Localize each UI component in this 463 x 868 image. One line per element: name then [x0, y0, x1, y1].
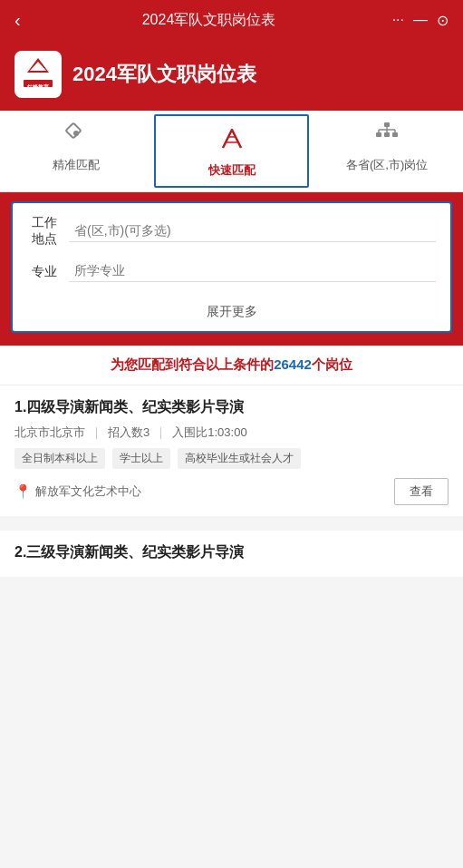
- province-icon: [373, 120, 400, 153]
- app-header: 红蜂教育 2024军队文职岗位表: [0, 40, 463, 111]
- job-meta-1: 北京市北京市 ｜ 招入数3 ｜ 入围比1:03:00: [14, 424, 449, 441]
- svg-point-6: [73, 131, 79, 136]
- view-button-1[interactable]: 查看: [394, 478, 449, 505]
- match-result: 为您匹配到符合以上条件的26442个岗位: [0, 346, 463, 385]
- tab-province[interactable]: 各省(区,市)岗位: [311, 111, 463, 191]
- tab-quick[interactable]: 快速匹配: [154, 114, 310, 188]
- job-org-1: 📍 解放军文化艺术中心: [14, 483, 141, 500]
- svg-rect-12: [392, 132, 398, 137]
- tab-precise-label: 精准匹配: [53, 157, 100, 173]
- logo: 红蜂教育: [14, 51, 62, 98]
- quick-icon: [218, 125, 246, 159]
- more-icon[interactable]: ···: [392, 12, 404, 28]
- minimize-icon[interactable]: —: [413, 12, 428, 28]
- match-prefix: 为您匹配到符合以上条件的: [111, 356, 274, 372]
- job-org-name-1: 解放军文化艺术中心: [35, 483, 141, 500]
- tab-bar: 精准匹配 快速匹配: [0, 111, 463, 192]
- job-tag-1-2: 高校毕业生或社会人才: [178, 448, 301, 469]
- job-count-1: 招入数3: [108, 424, 150, 441]
- close-icon[interactable]: ⊙: [437, 12, 449, 29]
- location-label: 工作地点: [27, 214, 62, 247]
- tab-precise[interactable]: 精准匹配: [0, 111, 152, 191]
- job-tags-1: 全日制本科以上 学士以上 高校毕业生或社会人才: [14, 448, 449, 469]
- job-title-1: 1.四级导演新闻类、纪实类影片导演: [14, 398, 449, 417]
- job-tag-1-0: 全日制本科以上: [14, 448, 105, 469]
- job-item-1: 1.四级导演新闻类、纪实类影片导演 北京市北京市 ｜ 招入数3 ｜ 入围比1:0…: [0, 385, 463, 516]
- major-row: 专业: [27, 259, 436, 282]
- status-bar: ‹ 2024军队文职岗位表 ··· — ⊙: [0, 0, 463, 40]
- svg-text:红蜂教育: 红蜂教育: [26, 83, 50, 90]
- status-bar-actions: ··· — ⊙: [376, 12, 449, 29]
- sep2: ｜: [155, 424, 167, 441]
- svg-rect-9: [384, 122, 390, 127]
- job-city-1: 北京市北京市: [14, 424, 85, 441]
- tab-quick-label: 快速匹配: [208, 162, 256, 179]
- location-pin-icon: 📍: [14, 483, 32, 500]
- job-list: 1.四级导演新闻类、纪实类影片导演 北京市北京市 ｜ 招入数3 ｜ 入围比1:0…: [0, 385, 463, 577]
- expand-button[interactable]: 展开更多: [27, 295, 436, 324]
- major-label: 专业: [27, 263, 62, 279]
- job-ratio-1: 入围比1:03:00: [172, 424, 246, 441]
- match-suffix: 个岗位: [312, 356, 352, 372]
- search-section: 工作地点 专业 展开更多: [0, 192, 463, 346]
- status-bar-title: 2024军队文职岗位表: [42, 11, 376, 30]
- header-title: 2024军队文职岗位表: [72, 61, 256, 88]
- job-item-2: 2.三级导演新闻类、纪实类影片导演: [0, 531, 463, 577]
- tab-province-label: 各省(区,市)岗位: [346, 157, 428, 173]
- job-tag-1-1: 学士以上: [112, 448, 170, 469]
- sep1: ｜: [91, 424, 102, 441]
- major-input[interactable]: [69, 259, 436, 282]
- divider-1: [0, 523, 463, 531]
- search-box: 工作地点 专业 展开更多: [11, 201, 452, 333]
- match-count: 26442: [274, 356, 312, 372]
- precise-icon: [63, 120, 90, 153]
- location-input[interactable]: [69, 219, 436, 242]
- svg-rect-10: [376, 132, 381, 137]
- location-row: 工作地点: [27, 214, 436, 247]
- back-button[interactable]: ‹: [14, 10, 42, 31]
- job-title-2: 2.三级导演新闻类、纪实类影片导演: [14, 543, 449, 562]
- svg-rect-5: [65, 123, 81, 139]
- job-footer-1: 📍 解放军文化艺术中心 查看: [14, 478, 449, 505]
- svg-rect-11: [384, 132, 390, 137]
